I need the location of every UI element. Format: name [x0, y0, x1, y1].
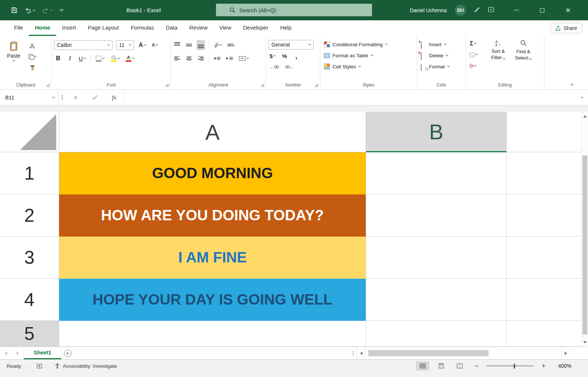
page-layout-view-button[interactable] — [435, 361, 448, 371]
cell-c5[interactable] — [507, 321, 581, 347]
scroll-down-button[interactable] — [582, 338, 588, 347]
ink-pen-icon[interactable] — [474, 7, 480, 14]
merge-center-button[interactable] — [238, 54, 250, 63]
top-align-button[interactable] — [173, 40, 181, 50]
find-select-button[interactable]: Find & Select — [511, 39, 535, 81]
increase-indent-button[interactable] — [225, 54, 234, 63]
cell-c1[interactable] — [507, 152, 581, 194]
cell-b3[interactable] — [366, 237, 507, 279]
decrease-decimal-button[interactable]: .00→ — [283, 62, 294, 72]
fill-color-button[interactable] — [109, 54, 121, 63]
clear-button[interactable] — [468, 61, 485, 71]
row-header-3[interactable]: 3 — [0, 237, 59, 279]
decrease-indent-button[interactable] — [213, 54, 222, 63]
zoom-slider[interactable] — [486, 361, 534, 370]
underline-button[interactable]: U — [78, 54, 87, 63]
percent-style-button[interactable]: % — [280, 51, 288, 61]
align-right-button[interactable] — [197, 54, 205, 63]
vertical-scrollbar-thumb[interactable] — [582, 156, 587, 334]
format-cells-button[interactable]: Format — [419, 61, 463, 72]
tab-help[interactable]: Help — [274, 20, 298, 36]
row-header-4[interactable]: 4 — [0, 279, 59, 321]
horizontal-scrollbar-thumb[interactable] — [368, 350, 489, 356]
bottom-align-button[interactable] — [197, 40, 205, 50]
borders-button[interactable] — [95, 54, 105, 63]
expand-formula-bar-button[interactable] — [575, 97, 588, 98]
cell-b4[interactable] — [366, 279, 507, 321]
sheet-tab-sheet1[interactable]: Sheet1 — [24, 347, 61, 359]
avatar[interactable]: DU — [455, 5, 466, 16]
decrease-font-size-button[interactable]: A — [151, 40, 159, 50]
italic-button[interactable]: I — [66, 54, 74, 63]
minimize-button[interactable] — [506, 0, 527, 20]
cell-b2[interactable] — [366, 194, 507, 237]
undo-button[interactable] — [25, 7, 35, 13]
tab-formulas[interactable]: Formulas — [125, 20, 160, 36]
accessibility-status[interactable]: Accessibility: Investigate — [55, 363, 117, 369]
cell-styles-button[interactable]: Cell Styles — [322, 61, 415, 72]
middle-align-button[interactable] — [185, 40, 193, 50]
row-header-5[interactable]: 5 — [0, 321, 59, 347]
cell-a4[interactable]: HOPE YOUR DAY IS GOING WELL — [59, 279, 366, 321]
comma-style-button[interactable]: , — [292, 51, 300, 61]
tab-view[interactable]: View — [213, 20, 237, 36]
vertical-scrollbar[interactable] — [581, 112, 588, 347]
accounting-format-button[interactable]: $ — [268, 51, 277, 61]
select-all-button[interactable] — [0, 112, 59, 152]
customize-quick-access-button[interactable] — [60, 9, 64, 11]
scroll-up-button[interactable] — [582, 112, 588, 121]
orientation-button[interactable]: ab — [213, 40, 223, 50]
normal-view-button[interactable] — [416, 361, 429, 371]
search-input[interactable] — [236, 4, 372, 16]
clipboard-dialog-launcher-icon[interactable] — [46, 84, 50, 87]
enter-button[interactable] — [85, 90, 105, 105]
cell-b5[interactable] — [366, 321, 507, 347]
cell-b1[interactable] — [366, 152, 507, 194]
name-box[interactable]: B11 — [0, 90, 58, 105]
previous-sheet-button[interactable] — [0, 347, 12, 359]
align-left-button[interactable] — [173, 54, 181, 63]
share-button[interactable]: Share — [551, 23, 582, 33]
redo-button[interactable] — [42, 7, 52, 13]
tab-developer[interactable]: Developer — [237, 20, 274, 36]
copy-button[interactable] — [27, 52, 37, 61]
cell-c2[interactable] — [507, 194, 581, 237]
tab-page-layout[interactable]: Page Layout — [82, 20, 125, 36]
number-format-select[interactable]: General — [268, 40, 314, 50]
cell-a2[interactable]: HOW ARE YOU DOING TODAY? — [59, 194, 366, 237]
cell-c4[interactable] — [507, 279, 581, 321]
format-as-table-button[interactable]: Format as Table — [322, 50, 415, 61]
increase-font-size-button[interactable]: A — [138, 40, 147, 50]
increase-decimal-button[interactable]: ←.00 — [268, 62, 280, 72]
cell-c3[interactable] — [507, 237, 581, 279]
collapse-ribbon-icon[interactable] — [571, 84, 574, 87]
tab-home[interactable]: Home — [29, 20, 56, 36]
sheetbar-grip[interactable] — [349, 351, 357, 356]
cell-a5[interactable] — [59, 321, 366, 347]
row-header-1[interactable]: 1 — [0, 152, 59, 194]
insert-cells-button[interactable]: + Insert — [419, 39, 463, 50]
zoom-slider-thumb[interactable] — [514, 364, 515, 368]
cut-button[interactable] — [27, 41, 37, 50]
align-center-button[interactable] — [185, 54, 193, 63]
ribbon-display-options-icon[interactable] — [488, 7, 494, 14]
scroll-right-button[interactable] — [561, 347, 570, 359]
maximize-button[interactable] — [532, 0, 552, 20]
formula-input[interactable] — [124, 90, 576, 105]
next-sheet-button[interactable] — [12, 347, 24, 359]
zoom-level-label[interactable]: 400% — [554, 363, 571, 369]
new-sheet-button[interactable]: + — [61, 347, 74, 359]
page-break-preview-button[interactable] — [453, 361, 466, 371]
alignment-dialog-launcher-icon[interactable] — [261, 84, 264, 87]
font-dialog-launcher-icon[interactable] — [165, 84, 169, 87]
conditional-formatting-button[interactable]: Conditional Formatting — [322, 39, 415, 50]
zoom-in-button[interactable]: + — [539, 362, 548, 370]
row-header-2[interactable]: 2 — [0, 194, 59, 237]
zoom-out-button[interactable]: − — [472, 362, 481, 370]
search-box[interactable] — [216, 4, 372, 16]
tab-review[interactable]: Review — [183, 20, 213, 36]
font-name-select[interactable]: Calibri — [54, 40, 112, 50]
horizontal-scrollbar[interactable] — [357, 347, 570, 359]
insert-function-button[interactable]: fx — [105, 90, 124, 105]
font-size-select[interactable]: 11 — [116, 40, 134, 50]
